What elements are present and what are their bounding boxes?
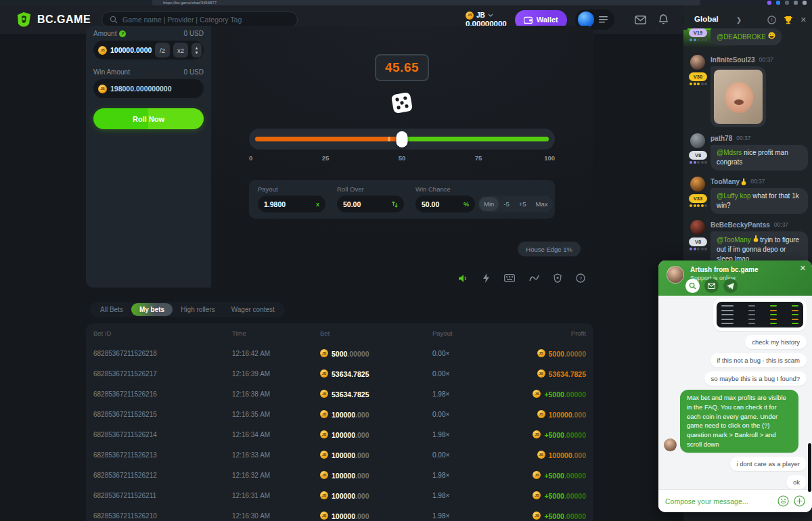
- support-image-bubble[interactable]: [713, 298, 807, 331]
- roll-over-input[interactable]: 50.00: [337, 196, 404, 212]
- extension-icon[interactable]: [776, 1, 780, 5]
- chance-button-plus5[interactable]: +5: [514, 197, 531, 211]
- tab-all-bets[interactable]: All Bets: [92, 303, 131, 316]
- chance-button-minus5[interactable]: -5: [499, 197, 514, 211]
- bet-id[interactable]: 68285367211526211: [93, 492, 232, 499]
- hotkeys-icon[interactable]: [504, 274, 515, 282]
- dice-icon: [387, 88, 417, 118]
- half-bet-button[interactable]: /2: [155, 43, 170, 58]
- roll-over-value: 50.00: [343, 200, 361, 208]
- chat-bubble[interactable]: @Mdsrs nice profit man congrats: [710, 145, 808, 171]
- user-mention[interactable]: @TooMany: [717, 236, 751, 244]
- wallet-icon: [524, 16, 533, 24]
- table-row[interactable]: 6828536721152621412:16:34 AMJB100000.000…: [93, 424, 586, 445]
- bc-logo[interactable]: BC.GAME: [15, 11, 91, 28]
- sound-icon[interactable]: [458, 274, 468, 283]
- support-scrollbar[interactable]: [808, 443, 811, 492]
- double-bet-button[interactable]: x2: [173, 43, 188, 58]
- amount-info-icon[interactable]: ?: [119, 30, 126, 37]
- fairness-shield-icon[interactable]: [554, 273, 562, 283]
- roll-slider[interactable]: [249, 129, 555, 150]
- bet-id[interactable]: 68285367211526214: [93, 431, 232, 438]
- username[interactable]: TooMany: [710, 178, 746, 185]
- messages-icon[interactable]: [635, 16, 646, 24]
- amount-value[interactable]: 100000.00000000: [110, 46, 152, 54]
- username[interactable]: path78: [710, 135, 732, 142]
- bet-profit: JB+5000.00000: [533, 489, 586, 501]
- payout-input[interactable]: 1.9800 x: [258, 196, 325, 212]
- support-telegram-icon[interactable]: [723, 279, 738, 293]
- bet-id[interactable]: 68285367211526216: [93, 390, 232, 398]
- notifications-bell-icon[interactable]: [658, 14, 669, 25]
- jb-coin-icon: JB: [537, 451, 545, 459]
- tab-my-bets[interactable]: My bets: [131, 303, 173, 316]
- message-header: BeBeBeckyPantss00:37: [710, 220, 809, 229]
- user-mention[interactable]: @DEADBROKE: [717, 33, 766, 41]
- chat-rules-icon[interactable]: !: [767, 16, 776, 24]
- bet-id[interactable]: 68285367211526212: [93, 472, 232, 479]
- chance-button-max[interactable]: Max: [531, 197, 553, 211]
- roll-now-button[interactable]: Roll Now: [93, 108, 204, 129]
- emoji-icon[interactable]: [777, 495, 789, 507]
- amount-stepper[interactable]: ▲▼: [191, 43, 202, 58]
- turbo-icon[interactable]: [482, 273, 490, 283]
- chat-close-icon[interactable]: ✕: [800, 16, 807, 24]
- bet-id[interactable]: 68285367211526210: [93, 512, 232, 520]
- browser-extension-icons[interactable]: [767, 1, 807, 5]
- slider-handle[interactable]: [397, 131, 408, 148]
- bet-id[interactable]: 68285367211526215: [93, 411, 232, 418]
- chat-bubble[interactable]: @Luffy kop what for that 1k win?: [710, 188, 808, 214]
- extension-icon[interactable]: [767, 1, 771, 5]
- extension-icon[interactable]: [785, 1, 789, 5]
- screenshot-dash: [792, 305, 798, 307]
- user-avatar[interactable]: [690, 220, 705, 235]
- swap-icon[interactable]: [392, 201, 398, 208]
- medal-dot: [694, 83, 696, 85]
- username[interactable]: BeBeBeckyPantss: [710, 221, 770, 229]
- user-avatar[interactable]: [690, 133, 705, 148]
- table-row[interactable]: 6828536721152621212:16:32 AMJB100000.000…: [93, 465, 586, 485]
- chance-button-min[interactable]: Min: [479, 197, 499, 211]
- attach-plus-icon[interactable]: [794, 495, 805, 507]
- chat-message: TooMany00:37V33@Luffy kop what for that …: [687, 177, 809, 214]
- bet-id[interactable]: 68285367211526213: [93, 451, 232, 459]
- chat-image-baby-crying[interactable]: [714, 70, 763, 124]
- support-email-icon[interactable]: [704, 279, 719, 293]
- user-mention[interactable]: @Luffy kop: [717, 192, 751, 200]
- menu-icon[interactable]: [599, 16, 608, 23]
- chat-bubble[interactable]: @DEADBROKE: [710, 28, 782, 45]
- table-row[interactable]: 6828536721152621012:16:30 AMJB100000.000…: [93, 505, 586, 521]
- support-message-input[interactable]: [665, 497, 773, 505]
- user-avatar[interactable]: [690, 55, 705, 70]
- table-row[interactable]: 6828536721152621512:16:35 AMJB100000.000…: [93, 404, 586, 424]
- win-chance-input[interactable]: 50.00 %: [415, 196, 475, 212]
- support-search-icon[interactable]: [685, 279, 700, 293]
- user-mention[interactable]: @Mdsrs: [717, 149, 742, 156]
- chat-next-chevron-icon[interactable]: ❯: [736, 16, 742, 24]
- scale-label: 50: [399, 154, 406, 162]
- chat-tab-global[interactable]: Global: [694, 15, 719, 24]
- amount-input[interactable]: JB 100000.00000000 /2 x2 ▲▼: [93, 41, 204, 60]
- support-close-icon[interactable]: ✕: [800, 264, 806, 273]
- tab-high-rollers[interactable]: High rollers: [173, 303, 223, 316]
- win-amount-input[interactable]: JB 198000.000000000: [93, 79, 204, 98]
- extension-icon[interactable]: [794, 1, 798, 5]
- chat-bubble[interactable]: [710, 66, 766, 127]
- bet-id[interactable]: 68285367211526218: [93, 350, 232, 357]
- username[interactable]: InfiniteSoul23: [710, 56, 755, 64]
- tab-wager-contest[interactable]: Wager contest: [223, 303, 283, 316]
- table-row[interactable]: 6828536721152621712:16:39 AMJB53634.7825…: [93, 363, 586, 384]
- table-row[interactable]: 6828536721152621812:16:42 AMJB5000.00000…: [93, 343, 586, 363]
- browser-url-field[interactable]: https://bc.game/chat/3456877: [152, 0, 700, 5]
- table-row[interactable]: 6828536721152621112:16:31 AMJB100000.000…: [93, 485, 586, 505]
- bet-id[interactable]: 68285367211526217: [93, 370, 232, 378]
- table-row[interactable]: 6828536721152621312:16:33 AMJB100000.000…: [93, 445, 586, 465]
- user-avatar[interactable]: [690, 177, 705, 191]
- medal-dots: [690, 83, 707, 85]
- extension-icon[interactable]: [803, 1, 807, 5]
- help-icon[interactable]: ?: [576, 273, 585, 283]
- message-time: 00:37: [774, 221, 788, 228]
- trends-icon[interactable]: [529, 274, 539, 282]
- trophy-icon[interactable]: [784, 16, 793, 24]
- table-row[interactable]: 6828536721152621612:16:38 AMJB53634.7825…: [93, 384, 586, 404]
